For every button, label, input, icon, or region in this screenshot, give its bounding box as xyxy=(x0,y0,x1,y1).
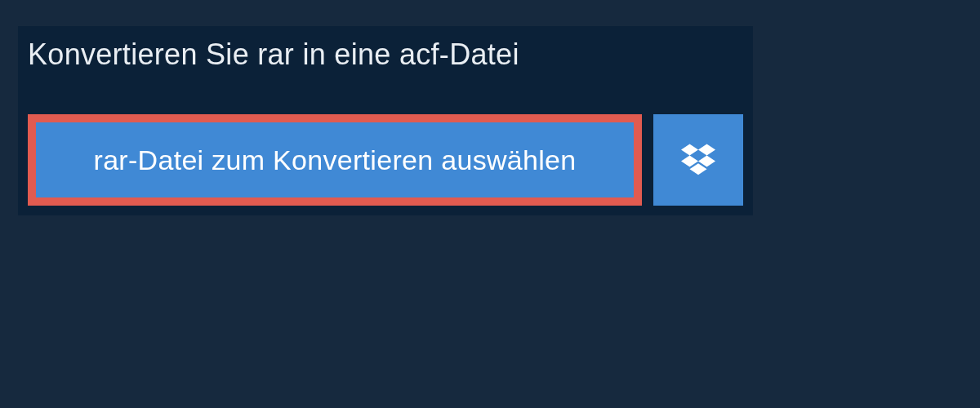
upload-row: rar-Datei zum Konvertieren auswählen xyxy=(18,104,753,215)
select-file-label: rar-Datei zum Konvertieren auswählen xyxy=(94,144,577,176)
page-title: Konvertieren Sie rar in eine acf-Datei xyxy=(18,26,539,85)
converter-panel: Konvertieren Sie rar in eine acf-Datei r… xyxy=(18,26,753,215)
dropbox-button[interactable] xyxy=(653,114,743,206)
select-file-button[interactable]: rar-Datei zum Konvertieren auswählen xyxy=(28,114,642,206)
dropbox-icon xyxy=(681,141,715,179)
